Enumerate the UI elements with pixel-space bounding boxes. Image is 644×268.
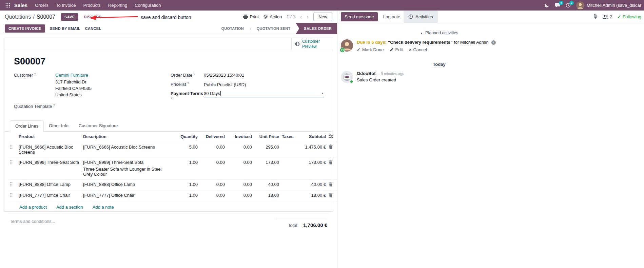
pricelist-value[interactable]: Public Pricelist (USD) — [204, 82, 246, 87]
new-button[interactable]: New — [313, 13, 332, 21]
line-quantity[interactable]: 5.00 — [171, 142, 199, 157]
action-menu[interactable]: Action — [264, 14, 282, 19]
order-line-row[interactable]: [FURN_6666] Acoustic Bloc Screens [FURN_… — [8, 142, 337, 157]
col-invoiced[interactable]: Invoiced — [226, 132, 253, 142]
nav-menu-to-invoice[interactable]: To Invoice — [53, 0, 79, 11]
edit-activity-button[interactable]: Edit — [390, 47, 403, 52]
line-unit-price[interactable]: 40.00 — [253, 179, 280, 190]
line-delivered[interactable]: 0.00 — [199, 179, 226, 190]
drag-handle-icon[interactable] — [10, 145, 13, 149]
terms-placeholder[interactable]: Terms and conditions... — [10, 219, 55, 228]
line-quantity[interactable]: 1.00 — [171, 190, 199, 201]
breadcrumb-quotations[interactable]: Quotations — [5, 14, 31, 20]
line-invoiced[interactable]: 0.00 — [226, 157, 253, 179]
line-taxes[interactable] — [280, 179, 297, 190]
line-quantity[interactable]: 1.00 — [171, 157, 199, 179]
message-author[interactable]: OdooBot — [357, 71, 376, 76]
planned-activities-header[interactable]: ▼ Planned activities — [341, 31, 538, 35]
tab-customer-signature[interactable]: Customer Signature — [74, 120, 123, 131]
line-unit-price[interactable]: 18.00 — [253, 190, 280, 201]
line-invoiced[interactable]: 0.00 — [226, 142, 253, 157]
line-description[interactable]: [FURN_8999] Three-Seat Sofa Three Seater… — [82, 157, 171, 179]
send-by-email-button[interactable]: SEND BY EMAIL — [50, 26, 80, 31]
discard-button[interactable]: DISCARD — [82, 13, 103, 21]
line-product[interactable]: [FURN_8999] Three-Seat Sofa — [17, 157, 82, 179]
add-a-product-link[interactable]: Add a product — [19, 205, 47, 210]
line-invoiced[interactable]: 0.00 — [226, 190, 253, 201]
customer-link[interactable]: Gemini Furniture — [55, 73, 92, 78]
app-name-sales[interactable]: Sales — [14, 2, 31, 8]
add-a-section-link[interactable]: Add a section — [56, 205, 83, 210]
order-line-row[interactable]: [FURN_7777] Office Chair [FURN_7777] Off… — [8, 190, 337, 201]
col-product[interactable]: Product — [17, 132, 82, 142]
drag-handle-icon[interactable] — [10, 193, 13, 197]
optional-columns-icon[interactable] — [329, 134, 333, 138]
following-toggle[interactable]: ✓ Following — [617, 14, 641, 19]
create-invoice-button[interactable]: CREATE INVOICE — [5, 24, 45, 33]
line-delivered[interactable]: 0.00 — [199, 142, 226, 157]
info-icon[interactable]: i — [491, 40, 496, 45]
mark-done-button[interactable]: ✓Mark Done — [357, 47, 384, 52]
line-description[interactable]: [FURN_8888] Office Lamp — [82, 179, 171, 190]
col-delivered[interactable]: Delivered — [199, 132, 226, 142]
line-taxes[interactable] — [280, 157, 297, 179]
activity-avatar[interactable] — [341, 39, 353, 52]
line-unit-price[interactable]: 295.00 — [253, 142, 280, 157]
order-date-value[interactable]: 05/25/2023 15:40:01 — [204, 73, 244, 78]
delete-line-icon[interactable] — [329, 160, 333, 165]
order-line-row[interactable]: [FURN_8999] Three-Seat Sofa [FURN_8999] … — [8, 157, 337, 179]
drag-handle-icon[interactable] — [10, 182, 13, 187]
col-subtotal[interactable]: Subtotal — [297, 132, 327, 142]
log-note-button[interactable]: Log note — [383, 14, 401, 19]
user-menu[interactable]: Mitchell Admin (save_discar — [576, 1, 641, 9]
line-unit-price[interactable]: 173.00 — [253, 157, 280, 179]
activities-tab[interactable]: Activities — [404, 11, 437, 23]
attachments-button[interactable] — [593, 14, 598, 20]
stage-quotation-sent[interactable]: QUOTATION SENT — [251, 23, 296, 34]
col-quantity[interactable]: Quantity — [171, 132, 199, 142]
line-description[interactable]: [FURN_6666] Acoustic Bloc Screens — [82, 142, 171, 157]
cancel-activity-button[interactable]: ×Cancel — [409, 47, 427, 52]
send-message-button[interactable]: Send message — [341, 12, 378, 21]
col-description[interactable]: Description — [82, 132, 171, 142]
delete-line-icon[interactable] — [329, 193, 333, 197]
messages-icon[interactable]: 4 — [555, 3, 560, 8]
print-menu[interactable]: Print — [243, 14, 259, 19]
activities-clock-icon[interactable]: 2 — [566, 3, 571, 8]
nav-menu-orders[interactable]: Orders — [32, 0, 52, 11]
nav-menu-products[interactable]: Products — [80, 0, 104, 11]
stage-quotation[interactable]: QUOTATION — [216, 23, 249, 34]
delete-line-icon[interactable] — [329, 145, 333, 149]
line-taxes[interactable] — [280, 142, 297, 157]
line-product[interactable]: [FURN_7777] Office Chair — [17, 190, 82, 201]
tab-order-lines[interactable]: Order Lines — [10, 120, 44, 132]
line-invoiced[interactable]: 0.00 — [226, 179, 253, 190]
line-product[interactable]: [FURN_6666] Acoustic Bloc Screens — [17, 142, 82, 157]
delete-line-icon[interactable] — [329, 182, 333, 187]
line-quantity[interactable]: 1.00 — [171, 179, 199, 190]
stage-sales-order[interactable]: SALES ORDER — [296, 23, 337, 34]
pager-previous-icon[interactable]: ‹ — [300, 14, 302, 20]
nav-menu-configuration[interactable]: Configuration — [131, 0, 164, 11]
dropdown-caret-icon[interactable]: ▼ — [321, 92, 324, 95]
nav-menu-reporting[interactable]: Reporting — [105, 0, 131, 11]
cancel-button[interactable]: CANCEL — [85, 26, 101, 31]
save-button[interactable]: SAVE — [61, 13, 78, 21]
col-unit-price[interactable]: Unit Price — [253, 132, 280, 142]
order-line-row[interactable]: [FURN_8888] Office Lamp [FURN_8888] Offi… — [8, 179, 337, 190]
pager-next-icon[interactable]: › — [307, 14, 309, 20]
line-taxes[interactable] — [280, 190, 297, 201]
customer-preview-button[interactable]: Customer Preview — [291, 38, 333, 50]
drag-handle-icon[interactable] — [10, 160, 13, 165]
line-product[interactable]: [FURN_8888] Office Lamp — [17, 179, 82, 190]
followers-button[interactable]: 2 — [603, 14, 612, 19]
line-delivered[interactable]: 0.00 — [199, 157, 226, 179]
dark-mode-moon-icon[interactable] — [544, 3, 549, 8]
add-a-note-link[interactable]: Add a note — [93, 205, 114, 210]
tab-other-info[interactable]: Other Info — [44, 120, 74, 131]
odoobot-avatar[interactable] — [341, 71, 353, 83]
line-description[interactable]: [FURN_7777] Office Chair — [82, 190, 171, 201]
apps-menu-icon[interactable] — [3, 3, 13, 8]
col-taxes[interactable]: Taxes — [280, 132, 297, 142]
line-delivered[interactable]: 0.00 — [199, 190, 226, 201]
